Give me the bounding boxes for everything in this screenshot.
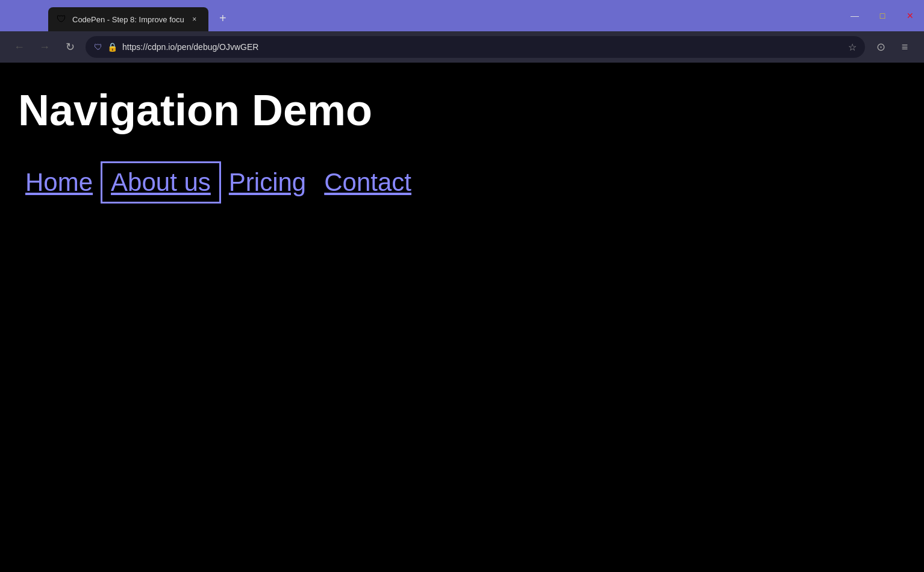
tab-close-button[interactable]: × <box>189 14 200 25</box>
tab-bar-wrapper: 🛡 CodePen - Step 8: Improve focu × + — □… <box>0 0 924 31</box>
page-title: Navigation Demo <box>18 87 906 134</box>
forward-button[interactable]: → <box>35 37 54 57</box>
bookmark-star-icon[interactable]: ☆ <box>848 42 857 53</box>
nav-extras: ⊙ ≡ <box>871 37 914 57</box>
menu-button[interactable]: ≡ <box>895 37 914 57</box>
minimize-button[interactable]: — <box>841 5 869 26</box>
main-navigation: Home About us Pricing Contact <box>18 164 906 201</box>
nav-link-pricing[interactable]: Pricing <box>222 164 313 201</box>
browser-tab[interactable]: 🛡 CodePen - Step 8: Improve focu × <box>48 7 208 31</box>
browser-chrome: 🛡 CodePen - Step 8: Improve focu × + — □… <box>0 0 924 63</box>
pocket-button[interactable]: ⊙ <box>871 37 890 57</box>
close-window-button[interactable]: ✕ <box>896 5 924 26</box>
new-tab-button[interactable]: + <box>213 8 233 28</box>
lock-icon: 🔒 <box>107 42 117 52</box>
back-button[interactable]: ← <box>10 37 29 57</box>
nav-bar: ← → ↻ 🛡 🔒 https://cdpn.io/pen/debug/OJvw… <box>0 31 924 63</box>
tab-bar: 🛡 CodePen - Step 8: Improve focu × + <box>0 0 924 31</box>
refresh-button[interactable]: ↻ <box>60 37 80 57</box>
nav-link-about[interactable]: About us <box>104 164 218 201</box>
tab-favicon-icon: 🛡 <box>57 14 67 25</box>
address-bar[interactable]: 🛡 🔒 https://cdpn.io/pen/debug/OJvwGER ☆ <box>86 36 865 58</box>
nav-link-home[interactable]: Home <box>18 164 100 201</box>
nav-link-contact[interactable]: Contact <box>317 164 419 201</box>
page-content: Navigation Demo Home About us Pricing Co… <box>0 63 924 572</box>
maximize-button[interactable]: □ <box>869 5 896 26</box>
window-controls: — □ ✕ <box>841 5 924 26</box>
tab-title: CodePen - Step 8: Improve focu <box>72 15 184 24</box>
shield-address-icon: 🛡 <box>94 42 102 52</box>
url-text: https://cdpn.io/pen/debug/OJvwGER <box>122 42 843 52</box>
